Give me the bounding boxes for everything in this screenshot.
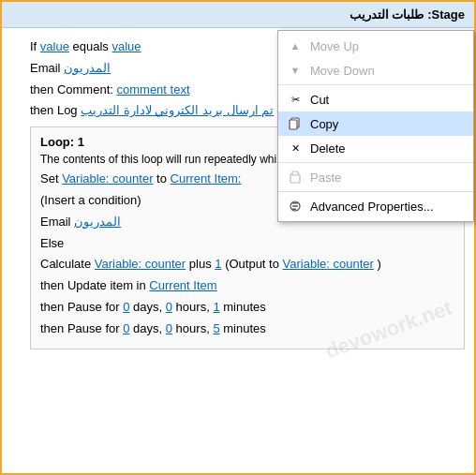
main-panel: Stage: طلبات التدريب ▲ Move Up ▼ Move Do… xyxy=(0,0,476,475)
comment-link[interactable]: comment text xyxy=(117,82,190,96)
else-label: Else xyxy=(40,236,64,250)
if-equals: equals xyxy=(73,39,112,53)
stage-title: طلبات التدريب xyxy=(350,7,424,22)
advanced-icon xyxy=(288,199,303,214)
menu-label-move-down: Move Down xyxy=(310,64,375,78)
pause1-prefix: then Pause for xyxy=(40,300,120,314)
calc-one[interactable]: 1 xyxy=(215,257,221,271)
svg-rect-5 xyxy=(292,202,298,204)
comment-prefix: then Comment: xyxy=(30,82,113,96)
svg-rect-6 xyxy=(292,205,298,207)
if-value1[interactable]: value xyxy=(40,39,69,53)
stage-header: Stage: طلبات التدريب xyxy=(2,2,474,28)
copy-icon xyxy=(288,116,303,131)
pause1-hours: hours, xyxy=(176,300,210,314)
move-up-icon: ▲ xyxy=(288,38,303,53)
log-prefix: then Log xyxy=(30,103,78,117)
menu-label-paste: Paste xyxy=(310,171,341,185)
pause1-days: days, xyxy=(133,300,162,314)
cut-icon: ✂ xyxy=(288,92,303,107)
set-variable[interactable]: Variable: counter xyxy=(62,171,153,186)
svg-rect-7 xyxy=(292,208,296,210)
menu-item-copy[interactable]: Copy xyxy=(278,111,473,136)
insert-condition-text: (Insert a condition) xyxy=(40,193,141,207)
menu-label-copy: Copy xyxy=(310,117,338,131)
menu-divider-3 xyxy=(278,191,473,192)
calc-plus: plus xyxy=(189,257,212,271)
delete-icon: ✕ xyxy=(288,141,303,156)
pause2-hours: hours, xyxy=(176,321,210,335)
set-current-item[interactable]: Current Item: xyxy=(171,171,242,186)
pause-line-2: then Pause for 0 days, 0 hours, 5 minute… xyxy=(40,319,456,339)
move-down-icon: ▼ xyxy=(288,63,303,78)
calc-output-variable[interactable]: Variable: counter xyxy=(283,257,374,271)
loop-email-label: Email xyxy=(40,215,71,229)
stage-label: Stage: xyxy=(427,7,465,22)
calc-prefix: Calculate xyxy=(40,257,91,271)
email-name-link[interactable]: المدريون xyxy=(64,61,111,75)
pause-line-1: then Pause for 0 days, 0 hours, 1 minute… xyxy=(40,298,456,318)
pause2-hours-link[interactable]: 0 xyxy=(166,321,172,335)
loop-email-name[interactable]: المدریون xyxy=(74,215,121,229)
if-keyword: If xyxy=(30,39,40,53)
pause2-days-link[interactable]: 0 xyxy=(123,321,129,335)
calc-variable[interactable]: Variable: counter xyxy=(95,257,186,271)
pause1-min-link[interactable]: 1 xyxy=(213,300,219,314)
pause2-prefix: then Pause for xyxy=(40,321,120,335)
menu-item-delete[interactable]: ✕ Delete xyxy=(278,136,473,160)
context-menu: ▲ Move Up ▼ Move Down ✂ Cut Copy ✕ Delet… xyxy=(277,30,474,222)
pause1-minutes: minutes xyxy=(223,300,266,314)
calc-output-suffix: ) xyxy=(378,257,381,271)
set-to: to xyxy=(156,171,167,186)
email-label: Email xyxy=(30,61,61,75)
svg-rect-1 xyxy=(290,120,297,129)
menu-item-move-down[interactable]: ▼ Move Down xyxy=(278,58,473,82)
calculate-line: Calculate Variable: counter plus 1 (Outp… xyxy=(40,255,456,275)
menu-item-cut[interactable]: ✂ Cut xyxy=(278,87,473,111)
pause2-minutes: minutes xyxy=(223,321,266,335)
else-line: Else xyxy=(40,234,456,254)
menu-divider-1 xyxy=(278,84,473,85)
pause2-days: days, xyxy=(133,321,162,335)
loop-desc-prefix: The contents of this loop will run repea… xyxy=(40,153,289,166)
menu-item-advanced[interactable]: Advanced Properties... xyxy=(278,194,473,218)
calc-output-prefix: (Output to xyxy=(225,257,279,271)
update-prefix: then Update item in xyxy=(40,278,146,292)
update-link[interactable]: Current Item xyxy=(149,278,216,292)
svg-rect-3 xyxy=(292,171,298,175)
if-value2[interactable]: value xyxy=(112,39,141,53)
menu-label-cut: Cut xyxy=(310,93,329,107)
pause1-days-link[interactable]: 0 xyxy=(123,300,129,314)
log-link[interactable]: تم ارسال بريد الكتروني لادارة التدريب xyxy=(81,103,274,117)
update-line: then Update item in Current Item xyxy=(40,276,456,296)
menu-divider-2 xyxy=(278,162,473,163)
menu-label-delete: Delete xyxy=(310,141,346,156)
menu-label-move-up: Move Up xyxy=(310,39,359,53)
menu-item-move-up[interactable]: ▲ Move Up xyxy=(278,34,473,58)
pause1-hours-link[interactable]: 0 xyxy=(166,300,172,314)
set-keyword: Set xyxy=(40,171,59,186)
menu-item-paste[interactable]: Paste xyxy=(278,165,473,189)
pause2-min-link[interactable]: 5 xyxy=(213,321,219,335)
menu-label-advanced: Advanced Properties... xyxy=(310,200,434,214)
paste-icon xyxy=(288,170,303,185)
